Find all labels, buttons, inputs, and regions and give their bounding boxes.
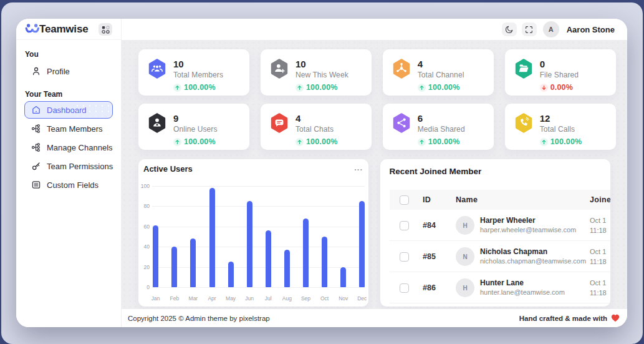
- stat-delta: 100.00%: [296, 137, 338, 146]
- chart-xtick-label: Feb: [165, 295, 184, 302]
- chart-bar-aug[interactable]: [284, 250, 290, 287]
- chart-ytick-label: 20: [138, 264, 150, 270]
- sidebar: Teamwise You Profile Your Team Dashboard…: [16, 19, 122, 327]
- stat-value: 6: [418, 113, 465, 124]
- chart-bar-apr[interactable]: [209, 188, 215, 287]
- chart-ytick-label: 40: [138, 243, 150, 250]
- fullscreen-button[interactable]: [522, 22, 537, 36]
- chart-ytick-label: 80: [138, 203, 150, 209]
- chart-bar-nov[interactable]: [340, 267, 346, 288]
- stat-delta-value: 100.00%: [550, 137, 582, 146]
- chart-bar-oct[interactable]: [322, 237, 327, 287]
- share-icon: [392, 113, 411, 133]
- stat-card-file-shared[interactable]: 0 File Shared 0.00%: [505, 49, 616, 96]
- row-checkbox[interactable]: [400, 221, 409, 230]
- stat-delta-value: 0.00%: [550, 83, 573, 92]
- chart-gridline: [152, 287, 365, 288]
- chart-gridline: [152, 247, 365, 247]
- main-content: 10 Total Members 100.00% 10 New This Wee…: [122, 40, 627, 309]
- arrow-up-icon: [540, 138, 548, 146]
- stat-delta: 100.00%: [418, 137, 465, 146]
- select-all-checkbox-cell: [400, 190, 409, 210]
- heart-icon: [611, 314, 620, 322]
- stat-card-total-calls[interactable]: 12 Total Calls 100.00%: [505, 104, 616, 150]
- stat-value: 9: [173, 113, 218, 124]
- stat-delta-value: 100.00%: [428, 137, 460, 146]
- member-id: #85: [423, 241, 436, 272]
- sidebar-item-team-members[interactable]: Team Members: [24, 120, 113, 137]
- chart-ytick-label: 100: [138, 183, 150, 189]
- network-icon: [392, 59, 411, 79]
- column-header-id: ID: [423, 190, 431, 210]
- stat-card-new-this-week[interactable]: 10 New This Week 100.00%: [261, 49, 372, 96]
- chart-bar-mar[interactable]: [190, 238, 196, 287]
- sidebar-item-profile[interactable]: Profile: [24, 62, 113, 80]
- select-all-checkbox[interactable]: [400, 195, 409, 205]
- chart-xtick-label: Jan: [147, 295, 165, 302]
- stat-value: 0: [540, 59, 579, 69]
- chart-bar-dec[interactable]: [359, 201, 365, 287]
- stat-card-total-chats[interactable]: 4 Total Chats 100.00%: [261, 104, 372, 150]
- chart-bar-jan[interactable]: [153, 225, 158, 287]
- stat-value: 4: [418, 59, 464, 69]
- member-joined-time: 11:18: [590, 225, 607, 235]
- row-checkbox[interactable]: [400, 252, 409, 262]
- stat-label: Total Chats: [296, 125, 338, 134]
- online-user-icon: [148, 113, 166, 133]
- stat-delta-value: 100.00%: [306, 137, 338, 146]
- stat-label: Online Users: [173, 125, 218, 134]
- member-email: harper.wheeler@teamwise.com: [480, 225, 576, 235]
- chart-xtick-label: Apr: [203, 295, 221, 302]
- arrow-down-icon: [540, 84, 548, 92]
- stat-value: 4: [296, 113, 338, 124]
- table-header-row: ID Name Joined: [390, 190, 610, 210]
- sidebar-item-manage-channels[interactable]: Manage Channels: [24, 139, 113, 156]
- users-icon: [148, 59, 166, 79]
- chart-bar-feb[interactable]: [171, 247, 177, 287]
- member-id: #84: [423, 210, 436, 241]
- chart-bar-sep[interactable]: [303, 219, 309, 288]
- topbar: A Aaron Stone: [122, 19, 627, 40]
- sidebar-item-custom-fields[interactable]: Custom Fields: [24, 176, 113, 194]
- stat-delta: 0.00%: [540, 83, 579, 92]
- chart-gridline: [152, 186, 365, 187]
- sidebar-item-team-permissions[interactable]: Team Permissions: [24, 157, 113, 175]
- table-row: #86 H Hunter Lane hunter.lane@teamwise.c…: [390, 272, 610, 303]
- chart-xtick-label: Jun: [240, 295, 259, 302]
- stat-value: 12: [540, 113, 582, 124]
- stat-label: Media Shared: [418, 125, 465, 134]
- dark-mode-moon-button[interactable]: [502, 22, 517, 36]
- chart-xtick-label: Nov: [334, 295, 353, 302]
- stat-card-total-channel[interactable]: 4 Total Channel 100.00%: [383, 49, 494, 96]
- recent-members-card: Recent Joined Member ID Name Joined #84 …: [380, 159, 610, 307]
- stat-card-media-shared[interactable]: 6 Media Shared 100.00%: [383, 104, 494, 150]
- copyright-text: Copyright 2025 © Admin theme by pixelstr…: [128, 315, 270, 322]
- stat-card-online-users[interactable]: 9 Online Users 100.00%: [138, 104, 249, 150]
- footer-tagline: Hand crafted & made with: [519, 314, 621, 322]
- chart-gridline: [152, 206, 365, 207]
- arrow-up-icon: [173, 138, 181, 146]
- member-avatar: N: [456, 247, 474, 266]
- chart-ytick-label: 60: [138, 224, 150, 230]
- member-joined-time: 11:18: [590, 288, 607, 298]
- stat-card-total-members[interactable]: 10 Total Members 100.00%: [138, 49, 249, 96]
- stat-delta: 100.00%: [173, 137, 218, 146]
- stat-delta: 100.00%: [540, 137, 582, 146]
- row-checkbox[interactable]: [400, 283, 409, 293]
- stat-label: Total Members: [173, 71, 223, 79]
- chart-bar-may[interactable]: [228, 262, 234, 287]
- user-avatar[interactable]: A: [543, 21, 559, 37]
- org-tree-icon: [31, 124, 41, 134]
- folder-icon: [514, 59, 533, 79]
- member-email: hunter.lane@teamwise.com: [480, 288, 565, 297]
- grid-menu-button[interactable]: [99, 23, 112, 36]
- member-joined-date: Oct 1: [590, 215, 606, 225]
- chart-bar-jun[interactable]: [247, 201, 252, 287]
- chart-xtick-label: May: [221, 295, 240, 302]
- teamwise-logo-icon[interactable]: [25, 23, 40, 36]
- sidebar-item-dashboard[interactable]: Dashboard: [24, 101, 113, 119]
- stat-label: New This Week: [296, 71, 348, 79]
- user-name[interactable]: Aaron Stone: [567, 25, 615, 34]
- sidebar-nav: You Profile Your Team Dashboard Team Mem…: [16, 50, 121, 194]
- chart-bar-jul[interactable]: [266, 230, 271, 287]
